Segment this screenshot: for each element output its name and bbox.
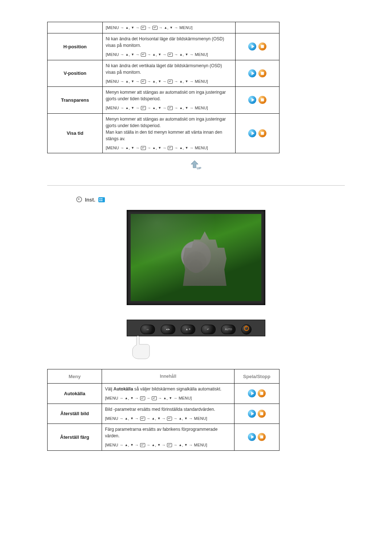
nav-sequence: [MENU → ▲, ▼ → ↵ → ↵ → ▲, ▼ → MENU] [105, 395, 231, 401]
adjust-control-icon[interactable]: ▲✳ [181, 325, 195, 334]
table-header-innehall: Innehåll [102, 369, 234, 384]
desc-text-post: så väljer bildskärmen signalkälla automa… [133, 386, 221, 392]
osd-settings-table: [MENU → ▲, ▼ → ↵ → ↵ → ▲, ▼ → MENU] H-po… [47, 22, 279, 153]
settings-chip-icon [98, 197, 105, 202]
stop-button[interactable] [258, 389, 266, 397]
row-desc-visatid: Menyn kommer att stängas av automatiskt … [103, 113, 236, 153]
stop-button[interactable] [258, 69, 266, 77]
play-stop-cell [236, 60, 279, 87]
play-cell-blank [236, 22, 279, 33]
desc-text: Menyn kommer att stängas av automatiskt … [106, 90, 226, 101]
nav-sequence: [MENU → ▲, ▼ → ↵ → ↵ → ▲, ▼ → MENU] [106, 25, 192, 30]
menu-control-icon[interactable]: ▭ [140, 325, 155, 334]
auto-control-icon[interactable]: AUTO [221, 325, 236, 334]
row-desc-vposition: Ni kan ändra det vertikala läget där bil… [103, 60, 236, 87]
play-stop-cell [234, 424, 279, 451]
desc-text: Ni kan ändra det Horisontal läge där bil… [106, 36, 224, 48]
play-button[interactable] [248, 433, 256, 441]
row-label-aterstallbild: Återställ bild [48, 404, 102, 424]
nav-sequence: [MENU → ▲, ▼ → ↵ → ▲, ▼ → ↵ → ▲, ▼ → MEN… [105, 442, 231, 448]
row-label-vposition: V-position [48, 60, 103, 87]
nav-sequence: [MENU → ▲, ▼ → ↵ → ▲, ▼ → ↵ → ▲, ▼ → MEN… [106, 78, 232, 85]
row-label-visatid: Visa tid [48, 113, 103, 153]
stop-button[interactable] [258, 42, 266, 50]
row-desc-autokalla: Välj Autokälla så väljer bildskärmen sig… [102, 384, 234, 404]
play-button[interactable] [248, 410, 256, 418]
desc-text: Bild -parametrar ersätts med förinställd… [105, 407, 215, 412]
desc-text: Färg parametrarna ersätts av fabrikens f… [105, 427, 217, 438]
svg-text:UP: UP [197, 166, 201, 170]
desc-text-bold: Autokälla [114, 386, 133, 392]
row-desc-aterstallfarg: Färg parametrarna ersätts av fabrikens f… [102, 424, 234, 451]
table-header-meny: Meny [48, 369, 102, 384]
nav-sequence: [MENU → ▲, ▼ → ↵ → ▲, ▼ → ↵ → ▲, ▼ → MEN… [106, 52, 232, 58]
play-button[interactable] [248, 42, 256, 50]
row-label-hposition: H-position [48, 33, 103, 60]
play-stop-cell [236, 33, 279, 60]
monitor-screen-image [131, 214, 261, 301]
bullet-icon [76, 197, 82, 202]
stop-button[interactable] [258, 410, 266, 418]
nav-sequence: [MENU → ▲, ▼ → ↵ → ▲, ▼ → ↵ → ▲, ▼ → MEN… [106, 145, 232, 151]
play-stop-cell [234, 404, 279, 424]
desc-text-pre: Välj [105, 386, 113, 392]
up-icon[interactable]: UP [189, 160, 203, 171]
section-divider [47, 185, 345, 186]
pointing-hand-icon [127, 334, 156, 360]
table-header-spela: Spela/Stopp [234, 369, 279, 384]
nav-sequence: [MENU → ▲, ▼ → ↵ → ▲, ▼ → ↵ → ▲, ▼ → MEN… [106, 105, 232, 111]
section-title: Inst. [85, 197, 95, 203]
play-button[interactable] [248, 389, 256, 397]
desc-text: Menyn kommer att stängas av automatiskt … [106, 117, 226, 141]
stop-button[interactable] [258, 129, 266, 137]
play-stop-cell [236, 87, 279, 114]
stop-button[interactable] [258, 433, 266, 441]
play-button[interactable] [248, 69, 256, 77]
desc-text: Ni kan ändra det vertikala läget där bil… [106, 63, 222, 75]
controls-below-area [127, 336, 265, 358]
play-stop-cell [234, 384, 279, 404]
play-button[interactable] [248, 96, 256, 104]
row-label-transparens: Transparens [48, 87, 103, 114]
leading-seq-cell: [MENU → ▲, ▼ → ↵ → ↵ → ▲, ▼ → MENU] [103, 22, 236, 33]
row-desc-aterstallbild: Bild -parametrar ersätts med förinställd… [102, 404, 234, 424]
source-control-icon[interactable]: ◂/▸ [161, 325, 175, 334]
row-label-autokalla: Autokälla [48, 384, 102, 404]
row-desc-transparens: Menyn kommer att stängas av automatiskt … [103, 87, 236, 114]
stop-button[interactable] [258, 96, 266, 104]
nav-sequence: [MENU → ▲, ▼ → ↵ → ▲, ▼ → ↵ → ▲, ▼ → MEN… [105, 416, 231, 422]
enter-control-icon[interactable]: ↵ [201, 325, 216, 334]
play-button[interactable] [248, 129, 256, 137]
power-control-icon[interactable] [241, 324, 252, 335]
monitor-preview [127, 210, 265, 305]
play-stop-cell [236, 113, 279, 153]
row-label-blank [48, 22, 103, 33]
section-heading-inst: Inst. [76, 197, 345, 203]
row-label-aterstallfarg: Återställ färg [48, 424, 102, 451]
setup-settings-table: Meny Innehåll Spela/Stopp Autokälla Välj… [47, 369, 279, 451]
row-desc-hposition: Ni kan ändra det Horisontal läge där bil… [103, 33, 236, 60]
